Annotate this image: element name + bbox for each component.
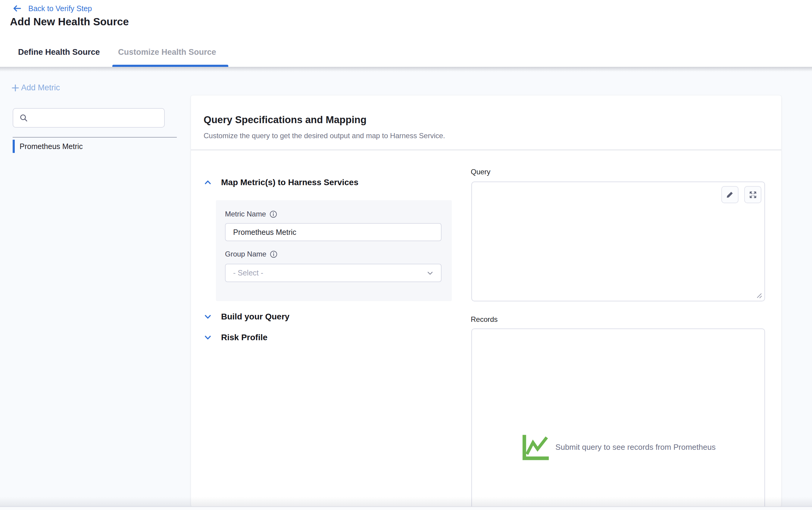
group-name-select-value: - Select -: [233, 269, 263, 277]
group-name-select[interactable]: - Select -: [225, 264, 441, 282]
metric-name-label-row: Metric Name: [225, 210, 277, 218]
metric-search-input[interactable]: [28, 109, 164, 127]
search-icon: [19, 114, 28, 123]
query-expand-button[interactable]: [744, 186, 761, 203]
line-chart-icon: [521, 434, 550, 460]
section-risk-profile-toggle[interactable]: Risk Profile: [204, 331, 267, 344]
chevron-down-icon: [204, 312, 212, 321]
plus-icon: [11, 83, 20, 92]
back-to-verify-step-link[interactable]: Back to Verify Step: [13, 4, 92, 13]
records-panel: Submit query to see records from Prometh…: [471, 328, 765, 507]
section-map-metrics-label: Map Metric(s) to Harness Services: [221, 178, 358, 187]
expand-icon: [749, 190, 757, 199]
sidebar-divider: [13, 137, 177, 138]
selected-indicator-bar: [13, 140, 15, 153]
panel-divider: [191, 150, 781, 150]
map-metrics-form-panel: Metric Name Group Name - Select -: [216, 200, 452, 301]
page-header: Back to Verify Step Add New Health Sourc…: [0, 0, 812, 67]
info-icon[interactable]: [270, 250, 278, 258]
group-name-label: Group Name: [225, 250, 266, 258]
pencil-icon: [726, 190, 734, 199]
chevron-up-icon: [204, 178, 212, 187]
records-empty-state: Submit query to see records from Prometh…: [521, 434, 716, 460]
panel-subtitle: Customize the query to get the desired o…: [204, 131, 445, 140]
add-metric-button[interactable]: Add Metric: [11, 83, 60, 92]
panel-title: Query Specifications and Mapping: [204, 114, 367, 125]
metric-item-label: Prometheus Metric: [20, 142, 83, 151]
back-link-label: Back to Verify Step: [28, 4, 92, 13]
textarea-resize-handle[interactable]: [755, 292, 763, 299]
records-label: Records: [471, 315, 498, 324]
group-name-label-row: Group Name: [225, 250, 278, 258]
query-label: Query: [471, 168, 490, 176]
query-textarea[interactable]: [472, 182, 764, 301]
footer-strip: [0, 506, 812, 510]
metric-name-label: Metric Name: [225, 210, 266, 218]
section-build-query-toggle[interactable]: Build your Query: [204, 310, 289, 323]
info-icon[interactable]: [269, 210, 277, 218]
chevron-down-icon: [204, 333, 212, 342]
metric-search-box: [13, 108, 165, 128]
chevron-down-icon: [426, 269, 434, 277]
metric-list-item-prometheus[interactable]: Prometheus Metric: [13, 140, 175, 153]
section-map-metrics-toggle[interactable]: Map Metric(s) to Harness Services: [204, 176, 358, 189]
section-risk-profile-label: Risk Profile: [221, 333, 267, 342]
tab-customize-health-source[interactable]: Customize Health Source: [118, 48, 216, 57]
query-specifications-card: Query Specifications and Mapping Customi…: [191, 95, 781, 507]
records-empty-message: Submit query to see records from Prometh…: [555, 443, 716, 452]
query-edit-button[interactable]: [721, 186, 738, 203]
metric-name-input[interactable]: [225, 223, 441, 241]
query-editor: [471, 182, 765, 301]
section-build-query-label: Build your Query: [221, 312, 289, 322]
arrow-left-icon: [13, 4, 22, 13]
tab-define-health-source[interactable]: Define Health Source: [18, 48, 100, 57]
active-tab-underline: [112, 65, 228, 67]
page-title: Add New Health Source: [10, 16, 129, 28]
add-metric-label: Add Metric: [21, 83, 60, 92]
